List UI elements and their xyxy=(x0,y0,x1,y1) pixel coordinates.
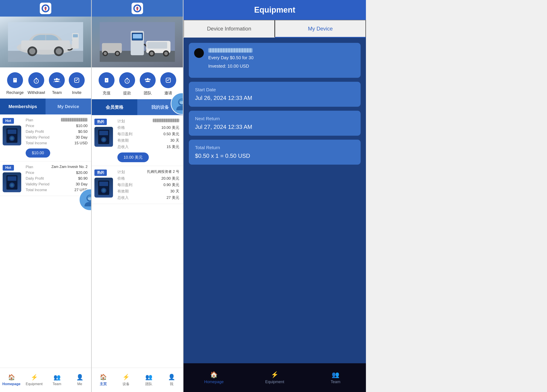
action-recharge-cn[interactable]: $ 充值 xyxy=(99,72,115,96)
profit-label-2: Daily Profit xyxy=(26,176,44,181)
validity-label-1: Validity Period xyxy=(26,135,49,140)
equip-tab-device-info[interactable]: Device Information xyxy=(184,20,275,38)
svg-point-29 xyxy=(10,184,14,187)
svg-text:$: $ xyxy=(36,80,37,82)
plan-row-1-validity: Validity Period 30 Day xyxy=(26,135,88,140)
plan-device-img-1 xyxy=(3,126,21,145)
plan-row-2-price: Price $20.00 xyxy=(26,171,88,175)
validity-value-cn-1: 30 天 xyxy=(170,138,179,143)
device-id-blur xyxy=(208,48,253,53)
app-logo-2 xyxy=(131,3,143,14)
nav-me-cn[interactable]: 👤 我 xyxy=(160,368,183,392)
tab-memberships[interactable]: Memberships xyxy=(0,99,46,115)
action-recharge[interactable]: $ Recharge xyxy=(7,72,24,95)
profit-value-2: $0.90 xyxy=(78,176,88,181)
svg-point-25 xyxy=(10,137,14,140)
nav-me-label-cn: 我 xyxy=(170,382,173,386)
membership-list: Hot Plan Price $10.00 xyxy=(0,115,91,392)
next-return-card: Next Return Jul 27, 2024 12:33 AM xyxy=(189,111,361,136)
action-invite-label-cn: 邀请 xyxy=(164,90,172,96)
svg-point-50 xyxy=(116,52,119,55)
plan-badge-col-2: Hot xyxy=(3,165,23,192)
buy-btn-1[interactable]: $10.00 xyxy=(26,149,50,158)
plan-row-cn-2-plan: 计划 扎姆扎姆投资者 2 号 xyxy=(117,169,179,175)
nav-team[interactable]: 👥 Team xyxy=(46,368,68,392)
me-icon-cn: 👤 xyxy=(168,374,175,380)
price-label-cn-2: 价格 xyxy=(117,176,125,181)
plan-details-2: Plan Zam Zam Investr No. 2 Price $20.00 … xyxy=(26,165,88,192)
device-dot xyxy=(194,48,204,58)
svg-rect-14 xyxy=(14,79,16,79)
action-team[interactable]: Team xyxy=(49,72,65,95)
start-date-card: Start Date Jul 26, 2024 12:33 AM xyxy=(189,82,361,107)
svg-rect-23 xyxy=(7,129,16,134)
start-date-label: Start Date xyxy=(195,87,355,92)
equip-tab-my-device[interactable]: My Device xyxy=(275,20,366,38)
equip-team-icon: 👥 xyxy=(332,371,339,378)
nav-equipment[interactable]: ⚡ Equipment xyxy=(23,368,46,392)
action-invite[interactable]: Invite xyxy=(69,72,85,95)
nav-homepage[interactable]: 🏠 Homepage xyxy=(0,368,23,392)
nav-me-label: Me xyxy=(77,382,82,386)
nav-me[interactable]: 👤 Me xyxy=(68,368,91,392)
price-label-1: Price xyxy=(26,124,34,128)
device-info-text: Every Day $0.50 for 30 Invested: 10.00 U… xyxy=(208,48,253,69)
hot-badge-cn-1: 热的 xyxy=(94,119,107,125)
plan-value-blur-1 xyxy=(61,118,88,122)
hot-badge-1: Hot xyxy=(3,118,14,124)
device-top-row: Every Day $0.50 for 30 Invested: 10.00 U… xyxy=(194,48,355,69)
nav-equipment-cn[interactable]: ⚡ 设备 xyxy=(115,368,137,392)
home-icon-cn: 🏠 xyxy=(100,374,107,380)
action-invite-cn[interactable]: 邀请 xyxy=(160,72,176,96)
plan-value-2: Zam Zam Investr No. 2 xyxy=(51,165,88,169)
app-logo-bar-2 xyxy=(92,0,183,17)
profit-value-1: $0.50 xyxy=(78,129,88,134)
hot-badge-cn-2: 热的 xyxy=(94,169,107,176)
profit-label-cn-2: 每日盈利 xyxy=(117,182,132,187)
action-withdraw-label: Withdrawl xyxy=(28,90,45,95)
income-label-cn-1: 总收入 xyxy=(117,144,129,149)
nav-team-label: Team xyxy=(53,382,61,386)
equip-nav-equipment[interactable]: ⚡ Equipment xyxy=(244,363,305,392)
plan-card-1: Hot Plan Price $10.00 xyxy=(0,115,91,161)
equipment-icon: ⚡ xyxy=(31,374,38,381)
plan-label-cn-1: 计划 xyxy=(117,119,125,124)
price-value-cn-2: 20.00 美元 xyxy=(161,176,179,181)
nav-homepage-cn[interactable]: 🏠 主页 xyxy=(92,368,115,392)
plan-label-2: Plan xyxy=(26,165,33,169)
profit-label-cn-1: 每日盈利 xyxy=(117,131,132,136)
svg-point-64 xyxy=(102,138,105,141)
action-team-cn[interactable]: 团队 xyxy=(140,72,156,96)
equip-nav-homepage-label: Homepage xyxy=(204,380,224,384)
svg-rect-39 xyxy=(133,34,142,38)
tab-my-device[interactable]: My Device xyxy=(46,99,91,115)
income-value-cn-2: 27 美元 xyxy=(166,195,179,200)
hot-badge-2: Hot xyxy=(3,165,14,171)
buy-btn-cn-1[interactable]: 10.00 美元 xyxy=(117,152,149,162)
tab-memberships-cn[interactable]: 会员资格 xyxy=(92,99,137,115)
equip-nav-homepage[interactable]: 🏠 Homepage xyxy=(184,363,244,392)
validity-value-1: 30 Day xyxy=(76,135,88,140)
total-return-card: Total Return $0.50 x 1 = 0.50 USD xyxy=(189,140,361,165)
action-withdraw-cn[interactable]: $ 提款 xyxy=(119,72,135,96)
income-label-cn-2: 总收入 xyxy=(117,195,129,200)
action-withdraw[interactable]: $ Withdrawl xyxy=(28,72,45,95)
invite-circle-cn xyxy=(160,72,176,88)
equip-home-icon: 🏠 xyxy=(210,371,218,378)
plan-details-cn-1: 计划 价格 10.00 美元 每日盈利 0.50 美元 有效期 30 天 总收入 xyxy=(117,119,179,162)
equipment-header: Equipment xyxy=(184,0,366,20)
svg-point-45 xyxy=(164,52,168,55)
action-recharge-label: Recharge xyxy=(7,90,24,95)
svg-point-43 xyxy=(150,52,153,55)
svg-point-18 xyxy=(56,78,58,80)
next-return-value: Jul 27, 2024 12:33 AM xyxy=(195,123,355,130)
app-logo-bar xyxy=(0,0,91,17)
equipment-icon-cn: ⚡ xyxy=(123,374,130,380)
svg-point-57 xyxy=(149,79,150,81)
plan-value-cn-2: 扎姆扎姆投资者 2 号 xyxy=(147,169,179,175)
price-value-1: $10.00 xyxy=(76,124,88,128)
svg-point-55 xyxy=(147,78,149,80)
nav-team-cn[interactable]: 👥 团队 xyxy=(137,368,160,392)
nav-team-label-cn: 团队 xyxy=(145,382,152,386)
equip-nav-team[interactable]: 👥 Team xyxy=(305,363,366,392)
